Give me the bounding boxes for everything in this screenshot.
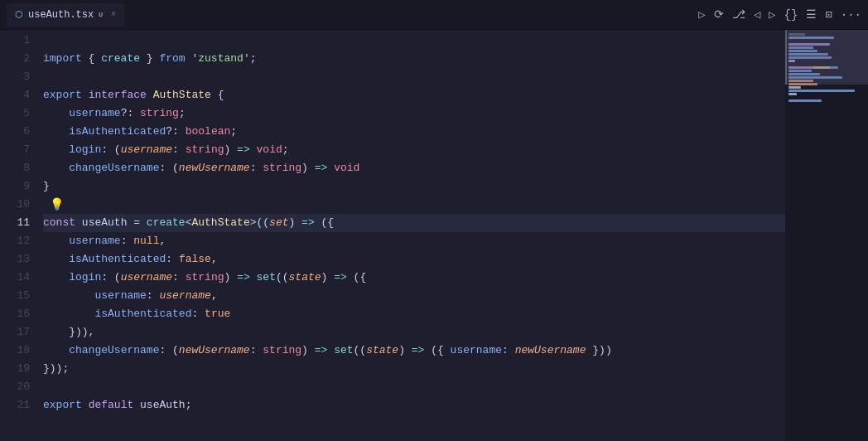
forward-icon[interactable]: ▷ <box>769 7 775 22</box>
line-num-16: 16 <box>0 305 30 323</box>
editor-area: 1 2 3 4 5 6 7 8 9 10 11 12 13 14 15 16 1… <box>0 30 868 441</box>
line-num-2: 2 <box>0 50 30 68</box>
tab-close-button[interactable]: × <box>111 10 116 19</box>
code-line-13: isAuthenticated: false, <box>43 250 785 269</box>
code-line-20 <box>43 378 785 396</box>
code-line-6: isAuthenticated?: boolean; <box>43 123 785 141</box>
code-line-16: isAuthenticated: true <box>43 305 785 323</box>
line-num-13: 13 <box>0 250 30 269</box>
line-num-19: 19 <box>0 360 30 378</box>
line-num-5: 5 <box>0 104 30 123</box>
code-line-21: export default useAuth; <box>43 396 785 414</box>
back-icon[interactable]: ◁ <box>754 7 760 22</box>
code-line-8: changeUsername: (newUsername: string) =>… <box>43 159 785 177</box>
line-num-17: 17 <box>0 323 30 342</box>
line-num-4: 4 <box>0 86 30 104</box>
outline-icon[interactable]: ☰ <box>806 7 817 22</box>
code-line-11: const useAuth = create<AuthState>((set) … <box>43 214 785 232</box>
line-num-12: 12 <box>0 232 30 250</box>
more-actions-icon[interactable]: ··· <box>841 8 861 22</box>
format-icon[interactable]: {} <box>784 8 798 22</box>
line-num-20: 20 <box>0 378 30 396</box>
line-num-10: 10 <box>0 196 30 214</box>
active-tab[interactable]: ⬡ useAuth.tsx U × <box>7 3 124 27</box>
code-editor[interactable]: import { create } from 'zustand'; export… <box>36 30 785 441</box>
minimap[interactable] <box>785 30 868 441</box>
line-num-6: 6 <box>0 123 30 141</box>
minimap-viewport <box>785 30 868 85</box>
code-line-5: username?: string; <box>43 104 785 123</box>
history-icon[interactable]: ⟳ <box>714 7 724 22</box>
line-num-7: 7 <box>0 141 30 159</box>
file-type-icon: ⬡ <box>15 9 23 20</box>
code-line-17: })), <box>43 323 785 342</box>
branch-icon[interactable]: ⎇ <box>732 7 745 22</box>
run-icon[interactable]: ▷ <box>698 7 705 22</box>
line-num-14: 14 <box>0 269 30 287</box>
line-numbers-gutter: 1 2 3 4 5 6 7 8 9 10 11 12 13 14 15 16 1… <box>0 30 36 441</box>
line-num-8: 8 <box>0 159 30 177</box>
code-line-18: changeUsername: (newUsername: string) =>… <box>43 342 785 360</box>
code-line-15: username: username, <box>43 287 785 305</box>
tab-modified-indicator: U <box>99 11 103 18</box>
line-num-3: 3 <box>0 68 30 86</box>
code-line-19: })); <box>43 360 785 378</box>
code-line-9: } <box>43 177 785 196</box>
code-line-12: username: null, <box>43 232 785 250</box>
line-num-18: 18 <box>0 342 30 360</box>
tab-filename: useAuth.tsx <box>28 9 94 21</box>
line-num-1: 1 <box>0 32 30 50</box>
code-line-7: login: (username: string) => void; <box>43 141 785 159</box>
code-line-4: export interface AuthState { <box>43 86 785 104</box>
code-line-14: login: (username: string) => set((state)… <box>43 269 785 287</box>
code-line-1 <box>43 32 785 50</box>
split-editor-icon[interactable]: ⊡ <box>825 7 832 22</box>
code-line-2: import { create } from 'zustand'; <box>43 50 785 68</box>
title-bar: ⬡ useAuth.tsx U × ▷ ⟳ ⎇ ◁ ▷ {} ☰ ⊡ ··· <box>0 0 868 30</box>
line-num-9: 9 <box>0 177 30 196</box>
code-line-10: 💡 <box>43 196 785 214</box>
editor-toolbar: ▷ ⟳ ⎇ ◁ ▷ {} ☰ ⊡ ··· <box>698 7 861 22</box>
code-line-3 <box>43 68 785 86</box>
line-num-21: 21 <box>0 396 30 414</box>
line-num-15: 15 <box>0 287 30 305</box>
line-num-11: 11 <box>0 214 30 232</box>
